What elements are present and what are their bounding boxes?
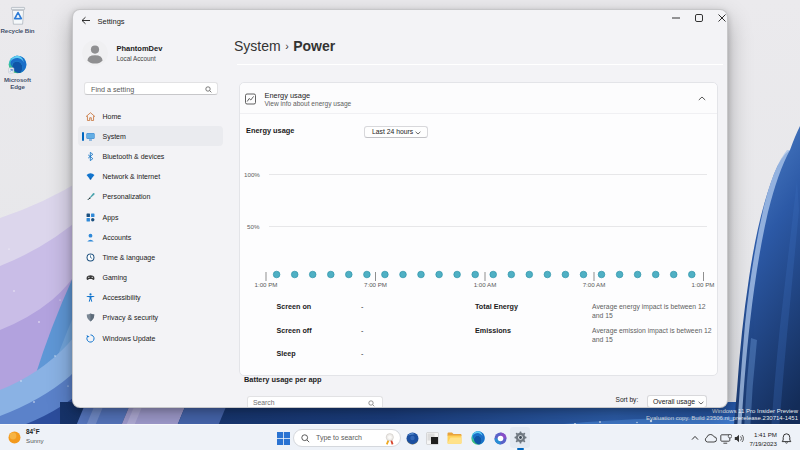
svg-text:50%: 50% [247,223,260,230]
svg-text:7:00 AM: 7:00 AM [582,281,605,288]
svg-text:1:00 PM: 1:00 PM [691,281,714,288]
svg-text:1:00 AM: 1:00 AM [473,281,496,288]
svg-text:100%: 100% [244,171,260,178]
svg-text:7:00 PM: 7:00 PM [363,281,386,288]
svg-text:1:00 PM: 1:00 PM [254,281,277,288]
